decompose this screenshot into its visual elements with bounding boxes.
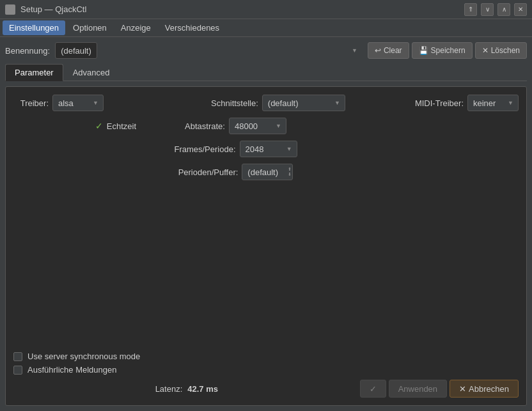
naming-select[interactable]: (default) [55, 42, 97, 59]
schnittstelle-label: Schnittstelle: [211, 98, 258, 108]
midi-group: MIDI-Treiber: keiner seq raw [415, 95, 519, 111]
row-perioden: Perioden/Puffer: [13, 164, 519, 180]
latency-value: 42.7 ms [187, 384, 218, 394]
server-sync-label: Use server synchronous mode [27, 352, 140, 361]
server-sync-checkbox-item[interactable]: Use server synchronous mode [13, 352, 519, 361]
echtzeit-checkmark: ✓ [95, 121, 103, 131]
schnittstelle-dropdown-wrapper: (default) hw:0 [262, 95, 345, 111]
midi-treiber-label: MIDI-Treiber: [415, 98, 464, 108]
menubar-item-anzeige[interactable]: Anzeige [114, 20, 157, 35]
app-icon [5, 4, 15, 15]
treiber-label: Treiber: [13, 98, 49, 108]
titlebar-left: Setup — QjackCtl [5, 4, 86, 15]
verbose-label: Ausführliche Meldungen [27, 365, 116, 375]
footer: Latenz: 42.7 ms ✓ Anwenden ✕ Abbrechen [13, 380, 519, 398]
titlebar-pin-btn[interactable]: ⇑ [464, 3, 477, 16]
menubar: Einstellungen Optionen Anzeige Verschied… [0, 19, 532, 37]
loschen-button[interactable]: ✕ Löschen [475, 42, 527, 59]
row-frames: Frames/Periode: 32 64 128 256 512 1024 2… [13, 141, 519, 157]
treiber-dropdown-wrapper: alsa pulse dummy [52, 95, 104, 111]
abbrechen-icon: ✕ [459, 384, 466, 394]
panel-spacer [13, 187, 519, 346]
titlebar-controls: ⇑ ∨ ∧ ✕ [464, 3, 527, 16]
latency-label: Latenz: [155, 384, 183, 394]
titlebar-minimize-btn[interactable]: ∨ [481, 3, 494, 16]
server-sync-checkbox[interactable] [13, 352, 22, 361]
frames-group: Frames/Periode: 32 64 128 256 512 1024 2… [141, 141, 330, 157]
abtastrate-group: Abtastrate: 22050 44100 48000 88200 9600… [141, 118, 330, 134]
tab-advanced[interactable]: Advanced [63, 64, 120, 81]
loschen-label: Löschen [491, 46, 520, 55]
tab-parameter[interactable]: Parameter [5, 64, 63, 81]
naming-row: Benennung: (default) ↩ Clear 💾 Speichern… [5, 42, 527, 59]
schnittstelle-group: Schnittstelle: (default) hw:0 [141, 95, 415, 111]
tabs: Parameter Advanced [5, 64, 527, 81]
verbose-checkbox[interactable] [13, 366, 22, 375]
echtzeit-label: Echtzeit [107, 121, 136, 131]
speichern-button[interactable]: 💾 Speichern [412, 42, 473, 59]
checkbox-group: Use server synchronous mode Ausführliche… [13, 352, 519, 375]
menubar-item-einstellungen[interactable]: Einstellungen [3, 20, 65, 35]
abtastrate-label: Abtastrate: [185, 121, 225, 131]
schnittstelle-select[interactable]: (default) hw:0 [262, 95, 345, 111]
abtastrate-dropdown-wrapper: 22050 44100 48000 88200 96000 [229, 118, 286, 134]
ok-button[interactable]: ✓ [360, 380, 386, 398]
naming-select-wrapper: (default) [55, 42, 363, 59]
midi-dropdown-wrapper: keiner seq raw [467, 95, 519, 111]
perioden-group: Perioden/Puffer: [141, 164, 330, 180]
row-echtzeit-abtastrate: ✓ Echtzeit Abtastrate: 22050 44100 48000… [13, 118, 519, 134]
frames-label: Frames/Periode: [174, 144, 235, 154]
frames-select[interactable]: 32 64 128 256 512 1024 2048 4096 [240, 141, 297, 157]
latency-info: Latenz: 42.7 ms [155, 384, 218, 394]
delete-icon: ✕ [482, 46, 489, 55]
bottom-area: Use server synchronous mode Ausführliche… [13, 346, 519, 398]
abtastrate-select[interactable]: 22050 44100 48000 88200 96000 [229, 118, 286, 134]
perioden-label: Perioden/Puffer: [178, 167, 239, 177]
treiber-select[interactable]: alsa pulse dummy [52, 95, 104, 111]
titlebar-maximize-btn[interactable]: ∧ [497, 3, 510, 16]
abbrechen-button[interactable]: ✕ Abbrechen [450, 380, 519, 398]
row-drivers: Treiber: alsa pulse dummy Schnittstelle:… [13, 95, 519, 111]
settings-panel: Treiber: alsa pulse dummy Schnittstelle:… [5, 86, 527, 406]
speichern-label: Speichern [431, 46, 465, 55]
clear-button[interactable]: ↩ Clear [368, 42, 409, 59]
ok-icon: ✓ [370, 384, 377, 394]
naming-label: Benennung: [5, 46, 50, 56]
clear-label: Clear [384, 46, 402, 55]
anwenden-label: Anwenden [398, 384, 437, 394]
titlebar: Setup — QjackCtl ⇑ ∨ ∧ ✕ [0, 0, 532, 19]
treiber-group: Treiber: alsa pulse dummy [13, 95, 141, 111]
menubar-item-verschiedenes[interactable]: Verschiedenes [159, 20, 226, 35]
echtzeit-group: ✓ Echtzeit [13, 121, 141, 131]
menubar-item-optionen[interactable]: Optionen [66, 20, 113, 35]
clear-icon: ↩ [375, 46, 381, 55]
save-icon: 💾 [419, 46, 428, 55]
abbrechen-label: Abbrechen [469, 384, 509, 394]
main-content: Benennung: (default) ↩ Clear 💾 Speichern… [0, 37, 532, 411]
frames-dropdown-wrapper: 32 64 128 256 512 1024 2048 4096 [240, 141, 297, 157]
anwenden-button[interactable]: Anwenden [389, 380, 447, 398]
action-buttons: ↩ Clear 💾 Speichern ✕ Löschen [368, 42, 527, 59]
midi-select[interactable]: keiner seq raw [467, 95, 519, 111]
titlebar-close-btn[interactable]: ✕ [514, 3, 527, 16]
perioden-spinbox-wrapper [242, 164, 293, 180]
footer-buttons: ✓ Anwenden ✕ Abbrechen [360, 380, 519, 398]
perioden-spinbox[interactable] [242, 164, 293, 180]
verbose-checkbox-item[interactable]: Ausführliche Meldungen [13, 365, 519, 375]
window-title: Setup — QjackCtl [20, 4, 86, 14]
